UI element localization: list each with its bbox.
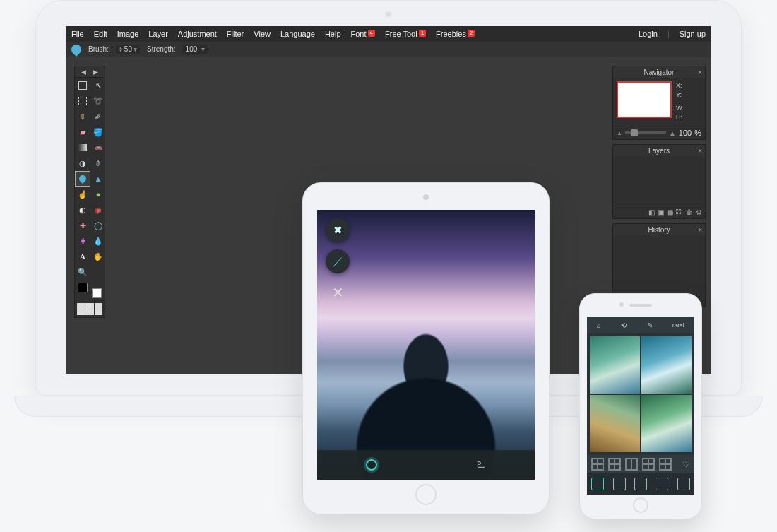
layer-delete-icon[interactable]: 🗑 (686, 208, 693, 216)
navigator-preview[interactable] (617, 81, 672, 118)
phone-collage[interactable] (587, 333, 694, 455)
collage-cell[interactable] (641, 395, 692, 452)
tool-dodge[interactable]: ◐ (75, 202, 90, 218)
menu-file[interactable]: File (71, 30, 84, 38)
layout-option[interactable] (659, 458, 672, 471)
collage-cell[interactable] (590, 395, 640, 452)
tablet-app: ✖ ／ ✕ ఽ (317, 210, 535, 480)
phone-camera (619, 302, 624, 307)
menu-edit[interactable]: Edit (94, 30, 107, 38)
phone-tab[interactable] (634, 478, 647, 490)
collage-cell[interactable] (590, 336, 640, 394)
tablet-canvas-image[interactable] (317, 210, 535, 480)
toolbox-thumbnails (75, 301, 105, 317)
collage-cell[interactable] (641, 336, 692, 394)
phone-tab[interactable] (656, 478, 668, 490)
background-color[interactable] (92, 288, 102, 298)
phone-next-button[interactable]: next (672, 321, 684, 329)
menu-free-tool-label: Free Tool (385, 30, 417, 38)
nav-y-label: Y: (676, 90, 684, 100)
tool-blur[interactable] (75, 171, 90, 187)
tablet-device: ✖ ／ ✕ ఽ (302, 182, 550, 514)
tablet-record-button[interactable] (363, 456, 380, 473)
foreground-color[interactable] (78, 283, 88, 292)
tablet-eraser-button[interactable]: ✖ (326, 218, 350, 242)
layout-option[interactable] (591, 458, 604, 471)
tablet-effects-button[interactable]: ఽ (472, 456, 489, 473)
tool-eyedropper[interactable]: 💧 (90, 233, 106, 249)
layers-footer: ◧ ▣ ▦ ⿻ 🗑 ⚙ (613, 206, 705, 218)
phone-rotate-icon[interactable]: ⟲ (621, 321, 627, 329)
layer-fx-icon[interactable]: ⚙ (696, 208, 702, 216)
layout-option[interactable] (608, 458, 621, 471)
tool-smudge[interactable]: ☝ (75, 187, 90, 202)
tool-pinch[interactable]: ✱ (75, 233, 90, 249)
menu-freebies[interactable]: Freebies2 (436, 30, 475, 38)
tablet-bottom-bar: ఽ (317, 450, 535, 480)
toolbox-panel: ◀ ▶ ↖➰✎✏▰🪣⛂◑✐▲☝●◐◉✚◯✱💧A✋🔍 (74, 66, 105, 318)
layer-opacity-icon[interactable]: ◧ (648, 208, 655, 216)
phone-tab[interactable] (613, 478, 626, 490)
zoom-out-icon[interactable]: ▲ (617, 130, 622, 136)
badge-freebies: 2 (468, 30, 475, 37)
layer-duplicate-icon[interactable]: ⿻ (676, 208, 683, 216)
phone-edit-icon[interactable]: ✎ (647, 321, 653, 329)
tool-red-eye[interactable]: ◉ (90, 202, 106, 218)
toolbox-next[interactable]: ▶ (93, 69, 98, 76)
layout-option[interactable] (625, 458, 638, 471)
menu-font[interactable]: Font4 (351, 30, 375, 38)
tool-type[interactable]: A (75, 249, 90, 264)
menu-freebies-label: Freebies (436, 30, 466, 38)
tool-eraser[interactable]: ▰ (75, 124, 90, 140)
tool-move-arrow[interactable]: ↖ (90, 78, 106, 93)
color-swatches[interactable] (78, 283, 102, 298)
phone-home-icon[interactable]: ⌂ (597, 321, 601, 329)
menu-image[interactable]: Image (117, 30, 139, 38)
phone-tab[interactable] (677, 478, 690, 490)
tool-gradient[interactable] (75, 140, 90, 155)
navigator-zoom-slider[interactable]: ▲ ▲ 100 % (613, 126, 705, 139)
login-link[interactable]: Login (639, 30, 658, 38)
menu-layer[interactable]: Layer (148, 30, 168, 38)
menu-filter[interactable]: Filter (227, 30, 244, 38)
tool-sponge[interactable]: ● (90, 187, 106, 202)
phone-home-button[interactable] (633, 497, 648, 513)
layout-option[interactable] (642, 458, 655, 471)
layers-body[interactable] (613, 156, 705, 206)
zoom-unit: % (694, 129, 701, 137)
layer-new-icon[interactable]: ▦ (667, 208, 673, 216)
toolbox-prev[interactable]: ◀ (81, 69, 86, 76)
toolbox-header: ◀ ▶ (75, 66, 105, 78)
tool-spot-heal[interactable]: ✚ (75, 218, 90, 233)
tablet-close-button[interactable]: ✕ (326, 280, 350, 305)
history-close-icon[interactable]: × (698, 226, 702, 234)
menu-free-tool[interactable]: Free Tool1 (385, 30, 426, 38)
tablet-brush-button[interactable]: ／ (326, 249, 350, 273)
tool-zoom[interactable]: 🔍 (75, 264, 90, 280)
tablet-camera (423, 194, 429, 200)
zoom-value: 100 (679, 129, 692, 137)
layers-close-icon[interactable]: × (698, 147, 702, 155)
brush-size-control[interactable]: ▲▼ 50 ▾ (116, 45, 140, 54)
brush-size-value: 50 (124, 45, 132, 53)
zoom-in-icon[interactable]: ▲ (669, 129, 676, 137)
phone-tab[interactable] (591, 478, 604, 490)
strength-control[interactable]: 100 ▾ (183, 45, 208, 54)
tablet-home-button[interactable] (415, 484, 437, 505)
tool-crop[interactable] (75, 78, 90, 93)
phone-app: ⌂ ⟲ ✎ next ♡ (587, 317, 694, 495)
navigator-meta: X: Y: W: H: (676, 81, 684, 122)
favorite-icon[interactable]: ♡ (682, 459, 690, 469)
menu-view[interactable]: View (254, 30, 271, 38)
tool-paint-bucket[interactable]: 🪣 (90, 124, 106, 140)
tool-sharpen[interactable]: ▲ (90, 171, 106, 187)
layer-mask-icon[interactable]: ▣ (658, 208, 664, 216)
tool-hand[interactable]: ✋ (90, 249, 106, 264)
menu-help[interactable]: Help (325, 30, 341, 38)
menu-adjustment[interactable]: Adjustment (178, 30, 217, 38)
signup-link[interactable]: Sign up (680, 30, 706, 38)
tool-bloat[interactable]: ◯ (90, 218, 106, 233)
navigator-close-icon[interactable]: × (698, 69, 702, 76)
badge-font: 4 (368, 30, 375, 37)
menu-language[interactable]: Language (280, 30, 315, 38)
